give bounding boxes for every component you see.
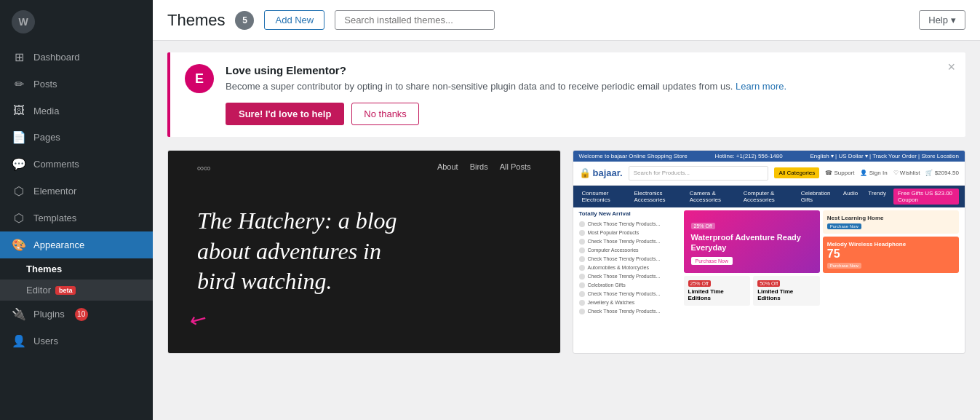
bajaar-preview: Welcome to bajaar Online Shopping Store … bbox=[573, 151, 965, 353]
wishlist-icon: ♡ Wishlist bbox=[893, 170, 920, 176]
sidebar-item-label: Plugins bbox=[33, 309, 65, 320]
sidebar-item-label: Media bbox=[33, 106, 59, 116]
bajaar-limited-card1: 25% Off Limited Time Editions bbox=[684, 276, 751, 306]
page-title: Themes bbox=[167, 11, 225, 30]
help-chevron-icon: ▾ bbox=[951, 15, 956, 25]
sidebar-item-label: Comments bbox=[33, 159, 79, 170]
sidebar-item-label: Templates bbox=[33, 213, 76, 223]
sidebar-item-pages[interactable]: 📄 Pages bbox=[0, 124, 153, 151]
hero-badge: 25% Off bbox=[691, 223, 715, 229]
banner-content: Love using Elementor? Become a super con… bbox=[226, 64, 951, 125]
sidebar-sub-editor[interactable]: Editor beta bbox=[0, 280, 153, 301]
bajaar-topbar: Welcome to bajaar Online Shopping Store … bbox=[573, 151, 965, 162]
help-label: Help bbox=[928, 15, 948, 25]
bajaar-limited-card2: 50% Off Limited Time Editions bbox=[753, 276, 820, 306]
content-area: E Love using Elementor? Become a super c… bbox=[153, 41, 980, 365]
pages-icon: 📄 bbox=[12, 130, 26, 144]
lock-icon: 🔒 bbox=[579, 167, 591, 178]
dashboard-icon: ⊞ bbox=[12, 50, 26, 64]
sidebar-item-templates[interactable]: ⬡ Templates bbox=[0, 205, 153, 231]
posts-icon: ✏ bbox=[12, 77, 26, 91]
bajaar-nest-card: Nest Learning Home Purchase Now bbox=[823, 210, 959, 234]
help-button[interactable]: Help ▾ bbox=[919, 10, 965, 30]
hatchery-preview: ∞∞ About Birds All Posts The Hatchery: a… bbox=[168, 151, 560, 353]
sidebar-item-dashboard[interactable]: ⊞ Dashboard bbox=[0, 44, 153, 71]
bajaar-topbar-right: English ▾ | US Dollar ▾ | Track Your Ord… bbox=[810, 153, 959, 159]
users-icon: 👤 bbox=[12, 334, 26, 348]
bajaar-header: 🔒 bajaar. Search for Products... All Cat… bbox=[573, 162, 965, 186]
banner-actions: Sure! I'd love to help No thanks bbox=[226, 103, 951, 125]
bajaar-nav: Consumer Electronics Electronics Accesso… bbox=[573, 186, 965, 207]
banner-description: Become a super contributor by opting in … bbox=[226, 79, 951, 94]
banner-title: Love using Elementor? bbox=[226, 64, 951, 76]
hero-title: Waterproof Adventure Ready Everyday bbox=[691, 232, 813, 253]
appearance-icon: 🎨 bbox=[12, 238, 26, 252]
hatchery-title: The Hatchery: a blogabout adventures inb… bbox=[197, 206, 531, 297]
bajaar-header-icons: ☎ Support 👤 Sign In ♡ Wishlist 🛒 $2094.5… bbox=[825, 170, 959, 176]
bajaar-phone: Hotline: +1(212) 556-1480 bbox=[715, 153, 783, 159]
elementor-banner: E Love using Elementor? Become a super c… bbox=[167, 52, 965, 137]
bajaar-search: Search for Products... bbox=[629, 166, 769, 181]
bajaar-bottom-row: 25% Off Limited Time Editions 50% Off Li… bbox=[684, 276, 820, 306]
banner-close-button[interactable]: × bbox=[947, 60, 955, 75]
signin-icon: 👤 Sign In bbox=[860, 170, 887, 176]
wp-logo-icon: W bbox=[12, 10, 35, 33]
sure-help-button[interactable]: Sure! I'd love to help bbox=[226, 103, 344, 125]
arrow-indicator-icon: ↙ bbox=[185, 304, 211, 333]
elementor-brand-icon: E bbox=[185, 64, 214, 93]
editor-label: Editor bbox=[26, 285, 51, 296]
sidebar-item-users[interactable]: 👤 Users bbox=[0, 328, 153, 354]
hatchery-nav-links: About Birds All Posts bbox=[437, 162, 531, 173]
bajaar-categories-list: Totally New Arrival Check Those Trendy P… bbox=[579, 210, 681, 316]
sidebar-item-plugins[interactable]: 🔌 Plugins 10 bbox=[0, 301, 153, 328]
templates-icon: ⬡ bbox=[12, 211, 26, 225]
theme-card-hatchery[interactable]: ∞∞ About Birds All Posts The Hatchery: a… bbox=[167, 150, 561, 354]
bajaar-hero: 25% Off Waterproof Adventure Ready Every… bbox=[684, 210, 820, 274]
bajaar-melody-card: Melody Wireless Headphone 75 Purchase No… bbox=[823, 237, 959, 273]
themes-grid: ∞∞ About Birds All Posts The Hatchery: a… bbox=[167, 150, 965, 354]
wp-logo-area[interactable]: W bbox=[0, 0, 153, 44]
media-icon: 🖼 bbox=[12, 104, 26, 117]
no-thanks-button[interactable]: No thanks bbox=[351, 103, 419, 125]
bajaar-body-grid: Totally New Arrival Check Those Trendy P… bbox=[573, 207, 965, 319]
cart-icon: 🛒 $2094.50 bbox=[925, 170, 959, 176]
bajaar-topbar-text: Welcome to bajaar Online Shopping Store bbox=[579, 153, 688, 159]
bajaar-logo: 🔒 bajaar. bbox=[579, 167, 623, 178]
sidebar-item-label: Dashboard bbox=[33, 52, 80, 63]
theme-card-bajaar[interactable]: Welcome to bajaar Online Shopping Store … bbox=[573, 150, 966, 354]
appearance-submenu: Themes Editor beta bbox=[0, 258, 153, 301]
elementor-icon: ⬡ bbox=[12, 184, 26, 198]
sidebar-item-label: Elementor bbox=[33, 186, 76, 197]
sidebar-item-label: Posts bbox=[33, 79, 57, 90]
plugins-badge: 10 bbox=[75, 308, 88, 321]
beta-badge: beta bbox=[55, 286, 76, 295]
sidebar-item-label: Appearance bbox=[33, 239, 84, 250]
add-new-button[interactable]: Add New bbox=[264, 10, 324, 30]
page-header: Themes 5 Add New Help ▾ bbox=[153, 0, 980, 41]
main-content: Themes 5 Add New Help ▾ E Love using Ele… bbox=[153, 0, 980, 420]
sidebar-item-appearance[interactable]: 🎨 Appearance bbox=[0, 231, 153, 258]
bajaar-categories-btn: All Categories bbox=[774, 167, 819, 178]
hero-purchase-btn: Purchase Now bbox=[691, 257, 733, 265]
sidebar-item-elementor[interactable]: ⬡ Elementor bbox=[0, 178, 153, 205]
hatchery-nav: ∞∞ About Birds All Posts bbox=[168, 162, 560, 173]
sidebar: W ⊞ Dashboard ✏ Posts 🖼 Media 📄 Pages 💬 … bbox=[0, 0, 153, 420]
sidebar-item-label: Pages bbox=[33, 132, 60, 143]
sidebar-item-media[interactable]: 🖼 Media bbox=[0, 98, 153, 124]
support-icon: ☎ Support bbox=[825, 170, 854, 176]
sidebar-item-label: Users bbox=[33, 336, 58, 346]
plugins-icon: 🔌 bbox=[12, 307, 26, 321]
sidebar-item-posts[interactable]: ✏ Posts bbox=[0, 71, 153, 98]
theme-count-badge: 5 bbox=[235, 11, 254, 30]
bajaar-side-cards: Nest Learning Home Purchase Now Melody W… bbox=[823, 210, 959, 316]
sidebar-item-comments[interactable]: 💬 Comments bbox=[0, 151, 153, 178]
bajaar-hero-area: 25% Off Waterproof Adventure Ready Every… bbox=[684, 210, 820, 316]
banner-learn-more-link[interactable]: Learn more. bbox=[736, 81, 786, 92]
comments-icon: 💬 bbox=[12, 157, 26, 171]
sidebar-sub-themes[interactable]: Themes bbox=[0, 258, 153, 280]
header-left: Themes 5 Add New bbox=[167, 10, 495, 30]
hatchery-logo: ∞∞ bbox=[197, 162, 211, 173]
search-input[interactable] bbox=[335, 10, 495, 30]
